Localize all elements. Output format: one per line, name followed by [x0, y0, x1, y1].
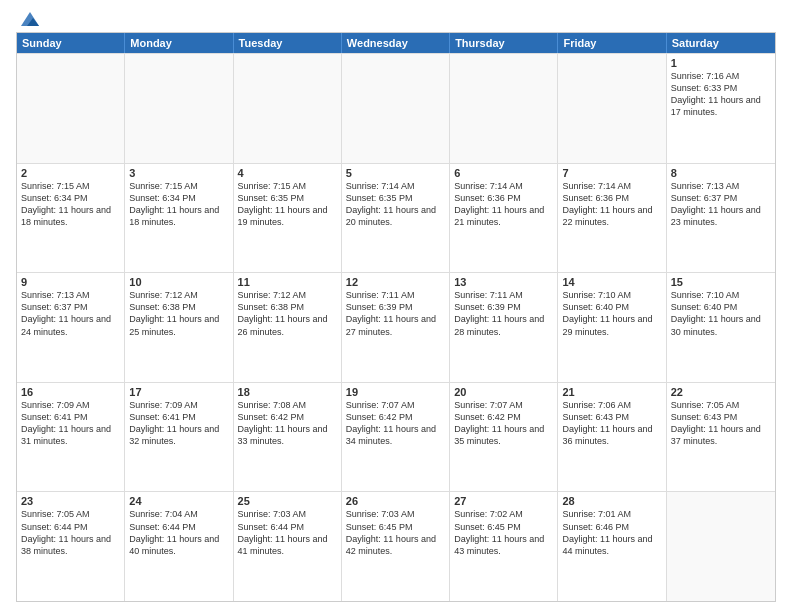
day-info: Sunrise: 7:11 AMSunset: 6:39 PMDaylight:…: [346, 289, 445, 338]
day-info: Sunrise: 7:09 AMSunset: 6:41 PMDaylight:…: [21, 399, 120, 448]
day-number: 19: [346, 386, 445, 398]
day-info: Sunrise: 7:07 AMSunset: 6:42 PMDaylight:…: [454, 399, 553, 448]
empty-cell: [234, 54, 342, 163]
day-number: 8: [671, 167, 771, 179]
day-cell-20: 20Sunrise: 7:07 AMSunset: 6:42 PMDayligh…: [450, 383, 558, 492]
day-number: 15: [671, 276, 771, 288]
header-cell-wednesday: Wednesday: [342, 33, 450, 53]
day-info: Sunrise: 7:11 AMSunset: 6:39 PMDaylight:…: [454, 289, 553, 338]
day-info: Sunrise: 7:05 AMSunset: 6:44 PMDaylight:…: [21, 508, 120, 557]
day-info: Sunrise: 7:08 AMSunset: 6:42 PMDaylight:…: [238, 399, 337, 448]
day-number: 28: [562, 495, 661, 507]
day-number: 18: [238, 386, 337, 398]
day-cell-12: 12Sunrise: 7:11 AMSunset: 6:39 PMDayligh…: [342, 273, 450, 382]
day-number: 22: [671, 386, 771, 398]
day-cell-18: 18Sunrise: 7:08 AMSunset: 6:42 PMDayligh…: [234, 383, 342, 492]
week-row-0: 1Sunrise: 7:16 AMSunset: 6:33 PMDaylight…: [17, 53, 775, 163]
day-info: Sunrise: 7:02 AMSunset: 6:45 PMDaylight:…: [454, 508, 553, 557]
day-cell-21: 21Sunrise: 7:06 AMSunset: 6:43 PMDayligh…: [558, 383, 666, 492]
day-info: Sunrise: 7:15 AMSunset: 6:34 PMDaylight:…: [129, 180, 228, 229]
day-info: Sunrise: 7:10 AMSunset: 6:40 PMDaylight:…: [562, 289, 661, 338]
day-number: 5: [346, 167, 445, 179]
day-cell-2: 2Sunrise: 7:15 AMSunset: 6:34 PMDaylight…: [17, 164, 125, 273]
day-number: 24: [129, 495, 228, 507]
day-info: Sunrise: 7:15 AMSunset: 6:34 PMDaylight:…: [21, 180, 120, 229]
header-cell-tuesday: Tuesday: [234, 33, 342, 53]
day-info: Sunrise: 7:15 AMSunset: 6:35 PMDaylight:…: [238, 180, 337, 229]
day-info: Sunrise: 7:14 AMSunset: 6:36 PMDaylight:…: [562, 180, 661, 229]
day-number: 3: [129, 167, 228, 179]
empty-cell: [450, 54, 558, 163]
week-row-4: 23Sunrise: 7:05 AMSunset: 6:44 PMDayligh…: [17, 491, 775, 601]
day-number: 14: [562, 276, 661, 288]
logo: [16, 12, 41, 28]
day-info: Sunrise: 7:16 AMSunset: 6:33 PMDaylight:…: [671, 70, 771, 119]
day-number: 16: [21, 386, 120, 398]
day-info: Sunrise: 7:03 AMSunset: 6:45 PMDaylight:…: [346, 508, 445, 557]
day-cell-1: 1Sunrise: 7:16 AMSunset: 6:33 PMDaylight…: [667, 54, 775, 163]
day-info: Sunrise: 7:12 AMSunset: 6:38 PMDaylight:…: [238, 289, 337, 338]
day-info: Sunrise: 7:13 AMSunset: 6:37 PMDaylight:…: [671, 180, 771, 229]
day-info: Sunrise: 7:14 AMSunset: 6:35 PMDaylight:…: [346, 180, 445, 229]
empty-cell: [17, 54, 125, 163]
empty-cell: [558, 54, 666, 163]
day-number: 20: [454, 386, 553, 398]
header-cell-sunday: Sunday: [17, 33, 125, 53]
day-number: 11: [238, 276, 337, 288]
day-number: 23: [21, 495, 120, 507]
day-number: 21: [562, 386, 661, 398]
day-cell-5: 5Sunrise: 7:14 AMSunset: 6:35 PMDaylight…: [342, 164, 450, 273]
day-info: Sunrise: 7:09 AMSunset: 6:41 PMDaylight:…: [129, 399, 228, 448]
day-cell-4: 4Sunrise: 7:15 AMSunset: 6:35 PMDaylight…: [234, 164, 342, 273]
day-info: Sunrise: 7:10 AMSunset: 6:40 PMDaylight:…: [671, 289, 771, 338]
day-number: 9: [21, 276, 120, 288]
day-cell-28: 28Sunrise: 7:01 AMSunset: 6:46 PMDayligh…: [558, 492, 666, 601]
day-number: 4: [238, 167, 337, 179]
week-row-2: 9Sunrise: 7:13 AMSunset: 6:37 PMDaylight…: [17, 272, 775, 382]
day-cell-7: 7Sunrise: 7:14 AMSunset: 6:36 PMDaylight…: [558, 164, 666, 273]
day-cell-27: 27Sunrise: 7:02 AMSunset: 6:45 PMDayligh…: [450, 492, 558, 601]
day-number: 13: [454, 276, 553, 288]
header-cell-monday: Monday: [125, 33, 233, 53]
day-cell-9: 9Sunrise: 7:13 AMSunset: 6:37 PMDaylight…: [17, 273, 125, 382]
day-cell-10: 10Sunrise: 7:12 AMSunset: 6:38 PMDayligh…: [125, 273, 233, 382]
day-info: Sunrise: 7:13 AMSunset: 6:37 PMDaylight:…: [21, 289, 120, 338]
day-number: 2: [21, 167, 120, 179]
day-info: Sunrise: 7:03 AMSunset: 6:44 PMDaylight:…: [238, 508, 337, 557]
calendar-header: SundayMondayTuesdayWednesdayThursdayFrid…: [17, 33, 775, 53]
day-info: Sunrise: 7:12 AMSunset: 6:38 PMDaylight:…: [129, 289, 228, 338]
day-number: 1: [671, 57, 771, 69]
day-number: 17: [129, 386, 228, 398]
header: [16, 12, 776, 28]
day-cell-8: 8Sunrise: 7:13 AMSunset: 6:37 PMDaylight…: [667, 164, 775, 273]
day-number: 25: [238, 495, 337, 507]
day-number: 10: [129, 276, 228, 288]
header-cell-saturday: Saturday: [667, 33, 775, 53]
page: SundayMondayTuesdayWednesdayThursdayFrid…: [0, 0, 792, 612]
empty-cell: [342, 54, 450, 163]
day-cell-17: 17Sunrise: 7:09 AMSunset: 6:41 PMDayligh…: [125, 383, 233, 492]
day-cell-16: 16Sunrise: 7:09 AMSunset: 6:41 PMDayligh…: [17, 383, 125, 492]
day-cell-14: 14Sunrise: 7:10 AMSunset: 6:40 PMDayligh…: [558, 273, 666, 382]
day-info: Sunrise: 7:04 AMSunset: 6:44 PMDaylight:…: [129, 508, 228, 557]
day-info: Sunrise: 7:01 AMSunset: 6:46 PMDaylight:…: [562, 508, 661, 557]
day-cell-15: 15Sunrise: 7:10 AMSunset: 6:40 PMDayligh…: [667, 273, 775, 382]
week-row-1: 2Sunrise: 7:15 AMSunset: 6:34 PMDaylight…: [17, 163, 775, 273]
day-cell-19: 19Sunrise: 7:07 AMSunset: 6:42 PMDayligh…: [342, 383, 450, 492]
day-cell-11: 11Sunrise: 7:12 AMSunset: 6:38 PMDayligh…: [234, 273, 342, 382]
calendar: SundayMondayTuesdayWednesdayThursdayFrid…: [16, 32, 776, 602]
day-number: 6: [454, 167, 553, 179]
day-cell-13: 13Sunrise: 7:11 AMSunset: 6:39 PMDayligh…: [450, 273, 558, 382]
header-cell-thursday: Thursday: [450, 33, 558, 53]
empty-cell: [667, 492, 775, 601]
calendar-body: 1Sunrise: 7:16 AMSunset: 6:33 PMDaylight…: [17, 53, 775, 601]
day-cell-23: 23Sunrise: 7:05 AMSunset: 6:44 PMDayligh…: [17, 492, 125, 601]
week-row-3: 16Sunrise: 7:09 AMSunset: 6:41 PMDayligh…: [17, 382, 775, 492]
day-cell-6: 6Sunrise: 7:14 AMSunset: 6:36 PMDaylight…: [450, 164, 558, 273]
day-number: 12: [346, 276, 445, 288]
day-cell-26: 26Sunrise: 7:03 AMSunset: 6:45 PMDayligh…: [342, 492, 450, 601]
day-number: 27: [454, 495, 553, 507]
logo-icon: [19, 10, 41, 28]
day-info: Sunrise: 7:07 AMSunset: 6:42 PMDaylight:…: [346, 399, 445, 448]
day-cell-24: 24Sunrise: 7:04 AMSunset: 6:44 PMDayligh…: [125, 492, 233, 601]
